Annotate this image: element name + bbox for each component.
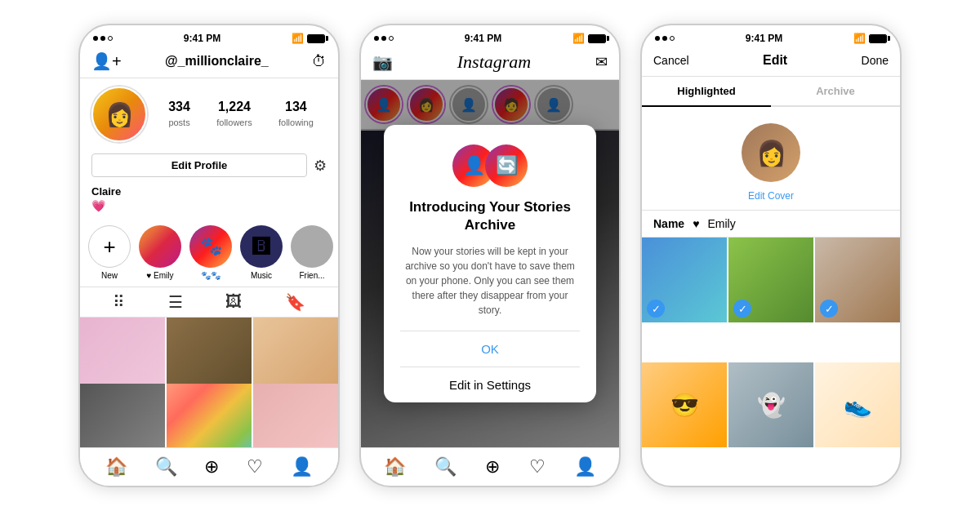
highlight-photo-3[interactable]: ✓ [815, 238, 900, 322]
wifi-icon-2: 📶 [572, 33, 585, 44]
story-pets-circle[interactable]: 🐾 [189, 225, 232, 268]
tab-archive[interactable]: Archive [771, 77, 900, 105]
highlight-tabs: Highlighted Archive [642, 77, 900, 107]
following-label: following [278, 118, 314, 127]
name-value[interactable]: Emily [707, 217, 735, 230]
edit-cover-link[interactable]: Edit Cover [748, 190, 794, 202]
highlight-photo-2[interactable]: ✓ [728, 238, 813, 322]
modal-icon-archive: 🔄 [485, 144, 528, 187]
battery-area-3: 📶 [853, 33, 887, 44]
story-emily[interactable]: ♥ Emily [139, 225, 181, 280]
story-pets[interactable]: 🐾 🐾🐾 [189, 225, 232, 280]
tab-highlighted[interactable]: Highlighted [642, 77, 771, 107]
story-new-label: New [101, 271, 118, 280]
profile-screen: 👤+ @_millionclaire_ ⏱ 👩 334 posts 1,224 … [80, 48, 338, 486]
dot1 [93, 36, 98, 41]
dot3 [108, 36, 113, 41]
story-music-label: Music [251, 271, 272, 280]
cancel-button[interactable]: Cancel [653, 54, 689, 67]
view-tabs: ⠿ ☰ 🖼 🔖 [80, 287, 338, 318]
modal-overlay: 👤 🔄 Introducing Your Stories Archive Now… [361, 80, 619, 447]
send-icon[interactable]: ✉ [595, 53, 608, 71]
story-friends-circle[interactable] [291, 225, 333, 268]
edit-profile-button[interactable]: Edit Profile [91, 153, 307, 177]
story-friends[interactable]: Frien... [291, 225, 333, 280]
photo-6[interactable] [253, 384, 338, 448]
highlight-photo-4[interactable]: 😎 [642, 362, 727, 447]
archive-icon[interactable]: ⏱ [312, 53, 327, 70]
list-view-icon[interactable]: ☰ [168, 292, 183, 312]
battery-2 [588, 34, 606, 43]
home-icon-1[interactable]: 🏠 [105, 456, 127, 478]
edit-title: Edit [763, 53, 787, 68]
bottom-nav-2: 🏠 🔍 ⊕ ♡ 👤 [361, 447, 619, 486]
settings-icon[interactable]: ⚙ [314, 157, 327, 175]
camera-icon[interactable]: 📷 [372, 52, 393, 72]
photo-6-bg: 👟 [815, 362, 900, 447]
wifi-icon-3: 📶 [853, 33, 866, 44]
highlight-photo-6[interactable]: 👟 [815, 362, 900, 447]
story-music[interactable]: 🅱 Music [240, 225, 283, 280]
home-icon-2[interactable]: 🏠 [384, 456, 406, 478]
done-button[interactable]: Done [862, 54, 889, 67]
modal-ok-button[interactable]: OK [400, 331, 580, 367]
highlights-photo-grid: ✓ ✓ ✓ 😎 👻 👟 [642, 238, 900, 486]
likes-icon-2[interactable]: ♡ [529, 456, 546, 478]
check-badge-1: ✓ [647, 300, 665, 318]
story-emily-label: ♥ Emily [146, 271, 173, 280]
name-heart-icon: ♥ [693, 217, 699, 230]
check-badge-2: ✓ [733, 300, 751, 318]
battery-3 [869, 34, 887, 43]
instagram-logo: Instagram [457, 51, 531, 73]
following-count: 134 [278, 100, 314, 114]
archive-modal: 👤 🔄 Introducing Your Stories Archive Now… [384, 125, 596, 402]
highlight-photo-5[interactable]: 👻 [728, 362, 813, 447]
username-label: @_millionclaire_ [165, 54, 269, 69]
story-pets-label: 🐾🐾 [201, 271, 220, 280]
profile-emoji: 💗 [80, 199, 338, 219]
check-badge-3: ✓ [820, 300, 838, 318]
search-icon-1[interactable]: 🔍 [155, 456, 177, 478]
photo-4-bg: 😎 [642, 362, 727, 447]
story-friends-label: Frien... [299, 271, 324, 280]
photo-5[interactable] [167, 384, 252, 448]
profile-icon-2[interactable]: 👤 [574, 456, 596, 478]
time-3: 9:41 PM [746, 33, 782, 44]
story-emily-circle[interactable] [139, 225, 181, 268]
instagram-feed: 👤 👩 👤 🧑 👤 👤 🔄 [361, 80, 619, 447]
grid-view-icon[interactable]: ⠿ [113, 292, 125, 312]
modal-settings-button[interactable]: Edit in Settings [400, 367, 580, 402]
profile-icon-1[interactable]: 👤 [291, 456, 313, 478]
battery-area-1: 📶 [292, 33, 325, 44]
dot3-2 [389, 36, 394, 41]
stats-numbers: 334 posts 1,224 followers 134 following [155, 100, 327, 129]
status-bar-2: 9:41 PM 📶 [361, 25, 619, 48]
name-field-label: Name [653, 217, 684, 230]
edit-highlights-screen: Cancel Edit Done Highlighted Archive 👩 E… [642, 48, 900, 486]
profile-actions: Edit Profile ⚙ [80, 150, 338, 184]
phone-profile: 9:41 PM 📶 👤+ @_millionclaire_ ⏱ 👩 334 po… [78, 24, 340, 487]
likes-icon-1[interactable]: ♡ [247, 456, 263, 478]
profile-stats: 👩 334 posts 1,224 followers 134 followin… [80, 78, 338, 150]
search-icon-2[interactable]: 🔍 [434, 456, 457, 478]
stat-followers[interactable]: 1,224 followers [216, 100, 252, 129]
story-new[interactable]: + New [88, 225, 131, 280]
photo-4[interactable] [80, 384, 165, 448]
new-story-circle[interactable]: + [88, 225, 131, 268]
edit-nav: Cancel Edit Done [642, 48, 900, 77]
dot2-2 [381, 36, 386, 41]
tagged-view-icon[interactable]: 🖼 [225, 292, 242, 312]
signal-dots-2 [374, 36, 394, 41]
modal-description: Now your stories will be kept in your ar… [400, 244, 580, 318]
stat-posts[interactable]: 334 posts [168, 100, 190, 129]
time-2: 9:41 PM [465, 33, 501, 44]
add-icon-1[interactable]: ⊕ [204, 456, 219, 478]
add-person-icon[interactable]: 👤+ [91, 51, 122, 71]
add-icon-2[interactable]: ⊕ [485, 456, 500, 478]
highlight-name-row: Name ♥ Emily [642, 210, 900, 238]
stat-following[interactable]: 134 following [278, 100, 314, 129]
story-music-circle[interactable]: 🅱 [240, 225, 283, 268]
saved-view-icon[interactable]: 🔖 [285, 292, 305, 312]
signal-dots-3 [655, 36, 675, 41]
highlight-photo-1[interactable]: ✓ [642, 238, 727, 322]
